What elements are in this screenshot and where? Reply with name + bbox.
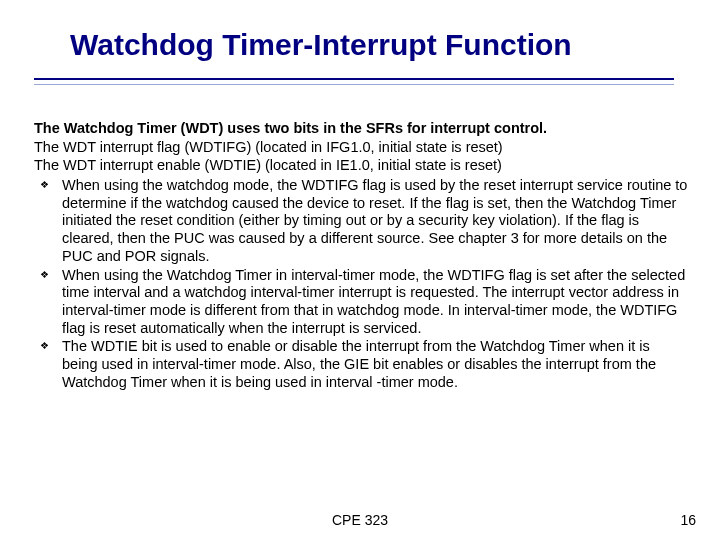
footer-center: CPE 323 [0,512,720,528]
lead-line: The Watchdog Timer (WDT) uses two bits i… [34,120,688,138]
bullet-item: The WDTIE bit is used to enable or disab… [62,338,688,391]
bullet-item: When using the watchdog mode, the WDTIFG… [62,177,688,265]
title-area: Watchdog Timer-Interrupt Function [70,28,690,63]
intro-line-1: The WDT interrupt flag (WDTIFG) (located… [34,139,688,157]
slide-title: Watchdog Timer-Interrupt Function [70,28,690,63]
bullet-list: When using the watchdog mode, the WDTIFG… [34,177,688,391]
body-text: The Watchdog Timer (WDT) uses two bits i… [34,120,688,392]
bullet-item: When using the Watchdog Timer in interva… [62,267,688,338]
slide: Watchdog Timer-Interrupt Function The Wa… [0,0,720,540]
intro-line-2: The WDT interrupt enable (WDTIE) (locate… [34,157,688,175]
page-number: 16 [680,512,696,528]
title-underline [34,78,674,85]
